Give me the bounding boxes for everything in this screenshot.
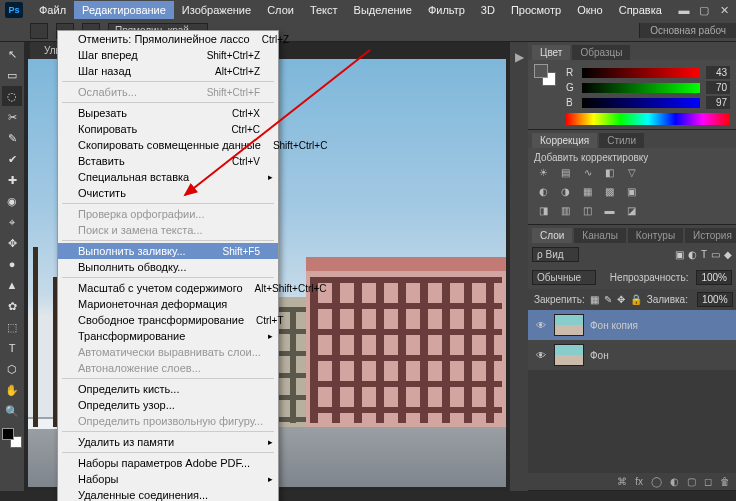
group-icon[interactable]: ▢ xyxy=(687,476,696,487)
tool-8[interactable]: ⌖ xyxy=(2,212,22,232)
menu-item[interactable]: Определить узор... xyxy=(58,397,278,413)
layer-row[interactable]: 👁Фон копия xyxy=(528,310,736,340)
value-r[interactable]: 43 xyxy=(706,66,730,79)
filter-smart-icon[interactable]: ◆ xyxy=(724,249,732,260)
tool-12[interactable]: ✿ xyxy=(2,296,22,316)
menu-справка[interactable]: Справка xyxy=(611,1,670,19)
curves-icon[interactable]: ∿ xyxy=(580,167,595,178)
threshold-icon[interactable]: ◫ xyxy=(580,205,595,216)
tab-color[interactable]: Цвет xyxy=(532,45,570,60)
tab-layers[interactable]: Слои xyxy=(532,228,572,243)
menu-3d[interactable]: 3D xyxy=(473,1,503,19)
layer-thumb[interactable] xyxy=(554,344,584,366)
menu-item[interactable]: Наборы параметров Adobe PDF... xyxy=(58,455,278,471)
menu-текст[interactable]: Текст xyxy=(302,1,346,19)
menu-item[interactable]: Выполнить заливку...Shift+F5 xyxy=(58,243,278,259)
tool-10[interactable]: ● xyxy=(2,254,22,274)
color-swatches[interactable] xyxy=(2,428,22,448)
menu-item[interactable]: КопироватьCtrl+C xyxy=(58,121,278,137)
tab-paths[interactable]: Контуры xyxy=(628,228,683,243)
tool-4[interactable]: ✎ xyxy=(2,128,22,148)
tool-13[interactable]: ⬚ xyxy=(2,317,22,337)
filter-type-icon[interactable]: T xyxy=(701,249,707,260)
workspace-switcher[interactable]: Основная рабоч xyxy=(639,23,736,38)
tool-6[interactable]: ✚ xyxy=(2,170,22,190)
window-close[interactable]: ✕ xyxy=(716,4,732,17)
menu-item[interactable]: Наборы xyxy=(58,471,278,487)
menu-фильтр[interactable]: Фильтр xyxy=(420,1,473,19)
slider-r[interactable] xyxy=(582,68,700,78)
hue-icon[interactable]: ◐ xyxy=(536,186,551,197)
new-layer-icon[interactable]: ◻ xyxy=(704,476,712,487)
invert-icon[interactable]: ◨ xyxy=(536,205,551,216)
tab-history[interactable]: История xyxy=(685,228,736,243)
posterize-icon[interactable]: ▥ xyxy=(558,205,573,216)
tool-15[interactable]: ⬡ xyxy=(2,359,22,379)
menu-item[interactable]: Масштаб с учетом содержимогоAlt+Shift+Ct… xyxy=(58,280,278,296)
lock-trans-icon[interactable]: ▦ xyxy=(590,294,599,305)
value-b[interactable]: 97 xyxy=(706,96,730,109)
gradient-map-icon[interactable]: ▬ xyxy=(602,205,617,216)
tab-adjustments[interactable]: Коррекция xyxy=(532,133,597,148)
filter-image-icon[interactable]: ▣ xyxy=(675,249,684,260)
visibility-icon[interactable]: 👁 xyxy=(534,320,548,331)
menu-item[interactable]: ВырезатьCtrl+X xyxy=(58,105,278,121)
menu-окно[interactable]: Окно xyxy=(569,1,611,19)
menu-item[interactable]: Удаленные соединения... xyxy=(58,487,278,501)
photo-filter-icon[interactable]: ▦ xyxy=(580,186,595,197)
menu-выделение[interactable]: Выделение xyxy=(346,1,420,19)
menu-item[interactable]: Шаг впередShift+Ctrl+Z xyxy=(58,47,278,63)
menu-item[interactable]: Шаг назадAlt+Ctrl+Z xyxy=(58,63,278,79)
hue-strip[interactable] xyxy=(566,113,730,125)
vibrance-icon[interactable]: ▽ xyxy=(624,167,639,178)
tool-9[interactable]: ✥ xyxy=(2,233,22,253)
menu-item[interactable]: Определить кисть... xyxy=(58,381,278,397)
blend-mode[interactable]: Обычные xyxy=(532,270,596,285)
tool-preset-icon[interactable] xyxy=(30,23,48,39)
menu-item[interactable]: Выполнить обводку... xyxy=(58,259,278,275)
tool-5[interactable]: ✔ xyxy=(2,149,22,169)
menu-файл[interactable]: Файл xyxy=(31,1,74,19)
tool-1[interactable]: ▭ xyxy=(2,65,22,85)
bw-icon[interactable]: ◑ xyxy=(558,186,573,197)
layer-fx-icon[interactable]: fx xyxy=(635,476,643,487)
menu-item[interactable]: Удалить из памяти xyxy=(58,434,278,450)
tool-17[interactable]: 🔍 xyxy=(2,401,22,421)
filter-adjust-icon[interactable]: ◐ xyxy=(688,249,697,260)
menu-item[interactable]: Трансформирование xyxy=(58,328,278,344)
slider-g[interactable] xyxy=(582,83,700,93)
tab-channels[interactable]: Каналы xyxy=(574,228,626,243)
menu-просмотр[interactable]: Просмотр xyxy=(503,1,569,19)
exposure-icon[interactable]: ◧ xyxy=(602,167,617,178)
tool-3[interactable]: ✂ xyxy=(2,107,22,127)
link-layers-icon[interactable]: ⌘ xyxy=(617,476,627,487)
tool-16[interactable]: ✋ xyxy=(2,380,22,400)
menu-item[interactable]: Скопировать совмещенные данныеShift+Ctrl… xyxy=(58,137,278,153)
menu-слои[interactable]: Слои xyxy=(259,1,302,19)
selective-color-icon[interactable]: ◪ xyxy=(624,205,639,216)
window-minimize[interactable]: ▬ xyxy=(676,4,692,17)
window-maximize[interactable]: ▢ xyxy=(696,4,712,17)
menu-item[interactable]: Свободное трансформированиеCtrl+T xyxy=(58,312,278,328)
layer-filter[interactable]: ρ Вид xyxy=(532,247,579,262)
tool-11[interactable]: ▲ xyxy=(2,275,22,295)
color-swatch-pair[interactable] xyxy=(534,64,556,86)
value-g[interactable]: 70 xyxy=(706,81,730,94)
fill-value[interactable]: 100% xyxy=(697,292,733,307)
filter-shape-icon[interactable]: ▭ xyxy=(711,249,720,260)
lock-paint-icon[interactable]: ✎ xyxy=(604,294,612,305)
delete-layer-icon[interactable]: 🗑 xyxy=(720,476,730,487)
levels-icon[interactable]: ▤ xyxy=(558,167,573,178)
slider-b[interactable] xyxy=(582,98,700,108)
layer-row[interactable]: 👁Фон xyxy=(528,340,736,370)
visibility-icon[interactable]: 👁 xyxy=(534,350,548,361)
opacity-value[interactable]: 100% xyxy=(696,270,732,285)
menu-редактирование[interactable]: Редактирование xyxy=(74,1,174,19)
lock-all-icon[interactable]: 🔒 xyxy=(630,294,642,305)
menu-item[interactable]: Марионеточная деформация xyxy=(58,296,278,312)
tool-14[interactable]: T xyxy=(2,338,22,358)
tool-7[interactable]: ◉ xyxy=(2,191,22,211)
menu-изображение[interactable]: Изображение xyxy=(174,1,259,19)
menu-item[interactable]: Специальная вставка xyxy=(58,169,278,185)
tool-2[interactable]: ◌ xyxy=(2,86,22,106)
